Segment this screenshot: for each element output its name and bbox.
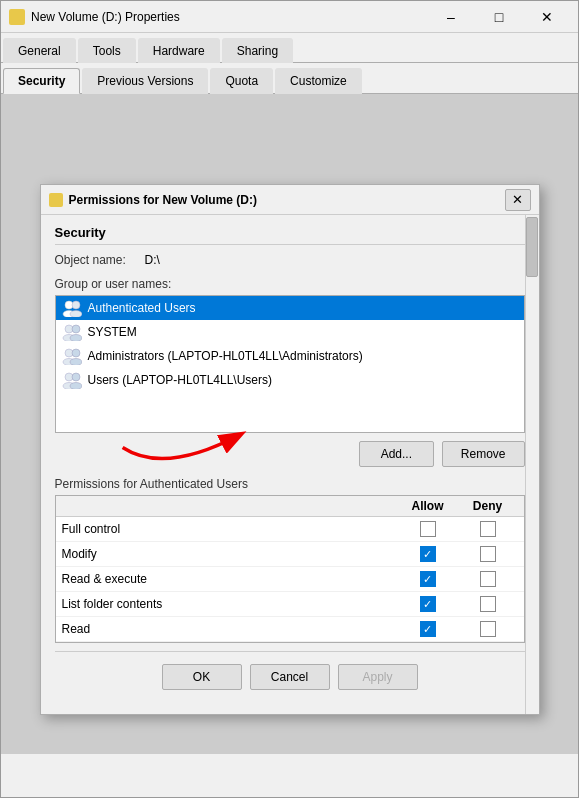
title-bar-left: New Volume (D:) Properties [9,9,180,25]
perm-allow-read-execute [398,571,458,587]
add-remove-row: Add... Remove [55,441,525,467]
dialog-content: Security Object name: D:\ Group or user … [41,215,539,714]
perm-name-read: Read [62,622,398,636]
scrollbar-track[interactable] [525,215,539,714]
tab-general[interactable]: General [3,38,76,63]
object-name-value: D:\ [145,253,160,267]
bottom-button-row: OK Cancel Apply [55,651,525,700]
scrollbar-thumb[interactable] [526,217,538,277]
perm-name-full-control: Full control [62,522,398,536]
dialog-section-title: Security [55,225,525,245]
perm-allow-list-folder [398,596,458,612]
user-list-spacer [56,392,524,432]
perm-deny-read-execute [458,571,518,587]
user-item-administrators[interactable]: Administrators (LAPTOP-HL0TL4LL\Administ… [56,344,524,368]
window-icon [9,9,25,25]
perm-allow-read [398,621,458,637]
checkbox-list-folder-deny[interactable] [480,596,496,612]
perms-col-deny-header: Deny [458,499,518,513]
add-button[interactable]: Add... [359,441,434,467]
svg-point-7 [70,335,82,342]
perm-name-list-folder: List folder contents [62,597,398,611]
perm-deny-full-control [458,521,518,537]
dialog-close-button[interactable]: ✕ [505,189,531,211]
group-section-label: Group or user names: [55,277,525,291]
object-name-row: Object name: D:\ [55,253,525,267]
tab-customize[interactable]: Customize [275,68,362,94]
checkbox-read-execute-allow[interactable] [420,571,436,587]
permissions-dialog: Permissions for New Volume (D:) ✕ Securi… [40,184,540,715]
checkbox-full-control-allow[interactable] [420,521,436,537]
user-item-system[interactable]: SYSTEM [56,320,524,344]
svg-point-14 [72,373,80,381]
checkbox-modify-deny[interactable] [480,546,496,562]
cancel-button[interactable]: Cancel [250,664,330,690]
tab-sharing[interactable]: Sharing [222,38,293,63]
window-title: New Volume (D:) Properties [31,10,180,24]
permissions-table: Allow Deny Full control [55,495,525,643]
dialog-title: Permissions for New Volume (D:) [69,193,257,207]
perm-row-read: Read [56,617,524,642]
user-name-authenticated: Authenticated Users [88,301,196,315]
user-icon-system [62,323,82,341]
tab-security[interactable]: Security [3,68,80,94]
perm-row-full-control: Full control [56,517,524,542]
perms-col-allow-header: Allow [398,499,458,513]
user-icon-authenticated [62,299,82,317]
svg-point-15 [70,383,82,390]
perm-name-modify: Modify [62,547,398,561]
checkbox-list-folder-allow[interactable] [420,596,436,612]
tab-hardware[interactable]: Hardware [138,38,220,63]
perms-col-name-header [62,499,398,513]
object-name-label: Object name: [55,253,145,267]
apply-button[interactable]: Apply [338,664,418,690]
perm-deny-list-folder [458,596,518,612]
tab-strip-row1: General Tools Hardware Sharing [1,33,578,63]
tab-previous-versions[interactable]: Previous Versions [82,68,208,94]
perm-row-list-folder: List folder contents [56,592,524,617]
close-button[interactable]: ✕ [524,3,570,31]
tab-quota[interactable]: Quota [210,68,273,94]
user-icon-administrators [62,347,82,365]
user-name-administrators: Administrators (LAPTOP-HL0TL4LL\Administ… [88,349,363,363]
perm-name-read-execute: Read & execute [62,572,398,586]
remove-button[interactable]: Remove [442,441,525,467]
user-list: Authenticated Users SYSTEM [55,295,525,433]
dialog-title-bar: Permissions for New Volume (D:) ✕ [41,185,539,215]
title-bar: New Volume (D:) Properties – □ ✕ [1,1,578,33]
modal-overlay: Permissions for New Volume (D:) ✕ Securi… [1,94,578,754]
perm-allow-modify [398,546,458,562]
content-area: Permissions for New Volume (D:) ✕ Securi… [1,94,578,754]
perm-row-read-execute: Read & execute [56,567,524,592]
svg-point-11 [70,359,82,366]
minimize-button[interactable]: – [428,3,474,31]
perm-deny-modify [458,546,518,562]
checkbox-read-allow[interactable] [420,621,436,637]
svg-point-10 [72,349,80,357]
title-controls: – □ ✕ [428,3,570,31]
dialog-icon [49,193,63,207]
main-window: New Volume (D:) Properties – □ ✕ General… [0,0,579,798]
svg-point-2 [72,301,80,309]
checkbox-read-deny[interactable] [480,621,496,637]
user-icon-users [62,371,82,389]
checkbox-modify-allow[interactable] [420,546,436,562]
dialog-title-left: Permissions for New Volume (D:) [49,193,257,207]
ok-button[interactable]: OK [162,664,242,690]
checkbox-full-control-deny[interactable] [480,521,496,537]
user-name-system: SYSTEM [88,325,137,339]
tab-strip-row2: Security Previous Versions Quota Customi… [1,63,578,94]
permissions-table-header: Allow Deny [56,496,524,517]
perm-deny-read [458,621,518,637]
perm-allow-full-control [398,521,458,537]
user-item-users[interactable]: Users (LAPTOP-HL0TL4LL\Users) [56,368,524,392]
perm-row-modify: Modify [56,542,524,567]
user-name-users: Users (LAPTOP-HL0TL4LL\Users) [88,373,273,387]
maximize-button[interactable]: □ [476,3,522,31]
checkbox-read-execute-deny[interactable] [480,571,496,587]
svg-point-3 [70,311,82,318]
tab-tools[interactable]: Tools [78,38,136,63]
user-item-authenticated[interactable]: Authenticated Users [56,296,524,320]
svg-point-6 [72,325,80,333]
